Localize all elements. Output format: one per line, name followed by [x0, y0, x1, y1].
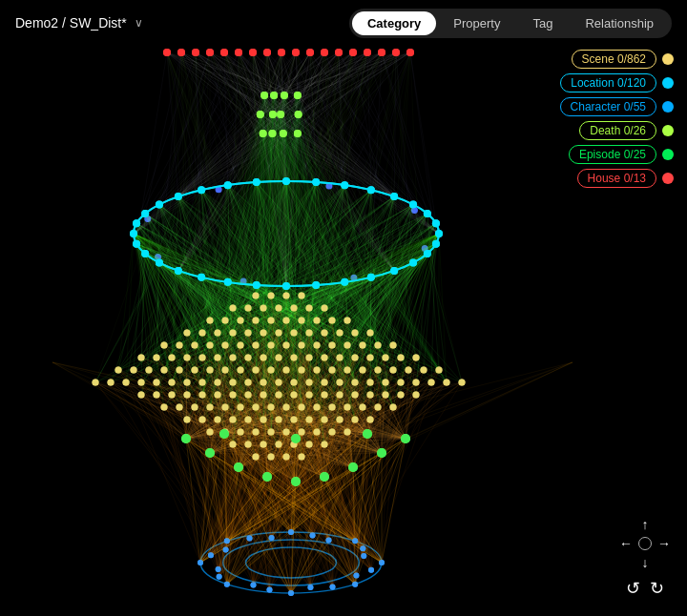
legend-dot — [662, 173, 674, 184]
legend-item[interactable]: Character 0/55 — [560, 97, 674, 116]
legend-item[interactable]: Scene 0/862 — [560, 50, 674, 69]
legend-label: Death 0/26 — [579, 121, 656, 140]
legend-label: Scene 0/862 — [572, 50, 656, 69]
legend-dot — [662, 125, 674, 136]
legend-label: Location 0/120 — [560, 73, 656, 92]
rotate-left-button[interactable]: ↺ — [626, 578, 640, 599]
tab-bar: Category Property Tag Relationship — [349, 9, 672, 38]
legend-label: House 0/13 — [577, 169, 656, 188]
legend-item[interactable]: Death 0/26 — [560, 121, 674, 140]
breadcrumb-arrow: ∨ — [135, 16, 143, 30]
legend-dot — [662, 101, 674, 113]
pan-left-button[interactable]: ← — [619, 536, 633, 551]
legend: Scene 0/862Location 0/120Character 0/55D… — [560, 50, 674, 188]
rotate-right-button[interactable]: ↻ — [650, 578, 664, 599]
pan-center[interactable] — [638, 537, 652, 550]
legend-item[interactable]: Location 0/120 — [560, 73, 674, 92]
pan-right-button[interactable]: → — [657, 536, 671, 551]
tab-relationship[interactable]: Relationship — [570, 11, 669, 35]
legend-dot — [662, 53, 674, 65]
legend-label: Character 0/55 — [560, 97, 656, 116]
legend-dot — [662, 77, 674, 89]
tab-tag[interactable]: Tag — [517, 11, 568, 35]
tab-category[interactable]: Category — [352, 11, 436, 35]
legend-label: Episode 0/25 — [569, 145, 656, 164]
legend-dot — [662, 149, 674, 160]
legend-item[interactable]: House 0/13 — [560, 169, 674, 188]
pan-controls: ↑ ← → ↓ — [616, 515, 674, 572]
header: Demo2 / SW_Dist* ∨ Category Property Tag… — [0, 0, 687, 46]
breadcrumb-text: Demo2 / SW_Dist* — [15, 15, 127, 31]
breadcrumb[interactable]: Demo2 / SW_Dist* ∨ — [15, 15, 143, 31]
navigation-controls: ↑ ← → ↓ ↺ ↻ — [616, 515, 674, 599]
pan-up-button[interactable]: ↑ — [642, 517, 649, 532]
pan-down-button[interactable]: ↓ — [642, 555, 649, 570]
legend-item[interactable]: Episode 0/25 — [560, 145, 674, 164]
rotate-controls: ↺ ↻ — [626, 578, 664, 599]
tab-property[interactable]: Property — [438, 11, 515, 35]
